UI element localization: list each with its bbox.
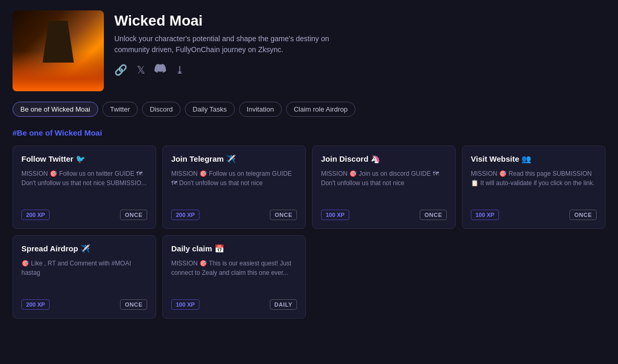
- quest-card-join-telegram[interactable]: Join Telegram ✈️ MISSION 🎯 Follow us on …: [162, 145, 306, 229]
- quest-card-follow-twitter[interactable]: Follow Twitter 🐦 MISSION 🎯 Follow us on …: [13, 145, 156, 229]
- quest-card-spread-airdrop[interactable]: Spread Airdrop ✈️ 🎯 Like , RT and Commen…: [13, 235, 156, 319]
- download-icon[interactable]: ⤓: [175, 64, 184, 76]
- quest-title-spread-airdrop: Spread Airdrop ✈️: [21, 244, 147, 253]
- quest-footer-join-discord: 100 XP ONCE: [321, 210, 447, 220]
- quest-grid-row1: Follow Twitter 🐦 MISSION 🎯 Follow us on …: [13, 145, 605, 229]
- tab-daily-tasks[interactable]: Daily Tasks: [185, 102, 235, 117]
- frequency-badge-join-discord: ONCE: [420, 210, 447, 220]
- xp-badge-follow-twitter: 200 XP: [21, 210, 50, 220]
- quest-card-daily-claim[interactable]: Daily claim 📅 MISSION 🎯 This is our easi…: [162, 235, 306, 319]
- quest-desc-join-telegram: MISSION 🎯 Follow us on telegram GUIDE 🗺 …: [171, 169, 297, 202]
- tab-be-one-of-wicked-moai[interactable]: Be one of Wicked Moai: [13, 102, 98, 117]
- project-title: Wicked Moai: [114, 13, 605, 29]
- quest-footer-spread-airdrop: 200 XP ONCE: [21, 299, 147, 310]
- project-image: [13, 10, 104, 91]
- quest-footer-join-telegram: 200 XP ONCE: [171, 210, 297, 220]
- xp-badge-join-discord: 100 XP: [321, 210, 349, 220]
- tab-invitation[interactable]: Invitation: [239, 102, 282, 117]
- header-info: Wicked Moai Unlock your character's pote…: [114, 10, 605, 77]
- xp-badge-join-telegram: 200 XP: [171, 210, 199, 220]
- quest-desc-join-discord: MISSION 🎯 Join us on discord GUIDE 🗺 Don…: [321, 169, 447, 202]
- quest-desc-visit-website: MISSION 🎯 Read this page SUBMISSION 📋 It…: [471, 169, 597, 202]
- link-icon[interactable]: 🔗: [114, 64, 127, 76]
- quest-card-empty-2: [462, 235, 605, 319]
- tab-discord[interactable]: Discord: [142, 102, 181, 117]
- frequency-badge-join-telegram: ONCE: [270, 210, 297, 220]
- section-heading: #Be one of Wicked Moai: [13, 128, 605, 137]
- quest-desc-follow-twitter: MISSION 🎯 Follow us on twitter GUIDE 🗺 D…: [21, 169, 147, 202]
- frequency-badge-daily-claim: DAILY: [270, 299, 298, 310]
- social-icons-row: 🔗 𝕏 ⤓: [114, 63, 605, 77]
- quest-card-join-discord[interactable]: Join Discord 🦄 MISSION 🎯 Join us on disc…: [312, 145, 456, 229]
- discord-icon[interactable]: [154, 63, 166, 77]
- twitter-icon[interactable]: 𝕏: [137, 64, 145, 76]
- tab-claim-role-airdrop[interactable]: Claim role Airdrop: [286, 102, 355, 117]
- quest-footer-daily-claim: 100 XP DAILY: [171, 299, 297, 310]
- frequency-badge-follow-twitter: ONCE: [120, 210, 147, 220]
- nav-tabs: Be one of Wicked Moai Twitter Discord Da…: [13, 102, 605, 117]
- quest-card-empty-1: [312, 235, 456, 319]
- page-header: Wicked Moai Unlock your character's pote…: [13, 10, 605, 91]
- tab-twitter[interactable]: Twitter: [102, 102, 138, 117]
- quest-title-visit-website: Visit Website 👥: [471, 154, 597, 164]
- frequency-badge-visit-website: ONCE: [569, 210, 597, 220]
- quest-footer-visit-website: 100 XP ONCE: [471, 210, 597, 220]
- quest-title-join-telegram: Join Telegram ✈️: [171, 154, 297, 164]
- quest-title-daily-claim: Daily claim 📅: [171, 244, 297, 253]
- quest-title-join-discord: Join Discord 🦄: [321, 154, 447, 164]
- xp-badge-spread-airdrop: 200 XP: [21, 299, 50, 310]
- quest-card-visit-website[interactable]: Visit Website 👥 MISSION 🎯 Read this page…: [462, 145, 605, 229]
- quest-footer-follow-twitter: 200 XP ONCE: [21, 210, 147, 220]
- quest-desc-daily-claim: MISSION 🎯 This is our easiest quest! Jus…: [171, 259, 297, 292]
- project-description: Unlock your character's potential and sh…: [114, 33, 365, 55]
- quest-grid-row2: Spread Airdrop ✈️ 🎯 Like , RT and Commen…: [13, 235, 605, 319]
- quest-title-follow-twitter: Follow Twitter 🐦: [21, 154, 147, 164]
- frequency-badge-spread-airdrop: ONCE: [120, 299, 147, 310]
- quest-desc-spread-airdrop: 🎯 Like , RT and Comment with #MOAI hasta…: [21, 259, 147, 292]
- xp-badge-visit-website: 100 XP: [471, 210, 499, 220]
- xp-badge-daily-claim: 100 XP: [171, 299, 199, 310]
